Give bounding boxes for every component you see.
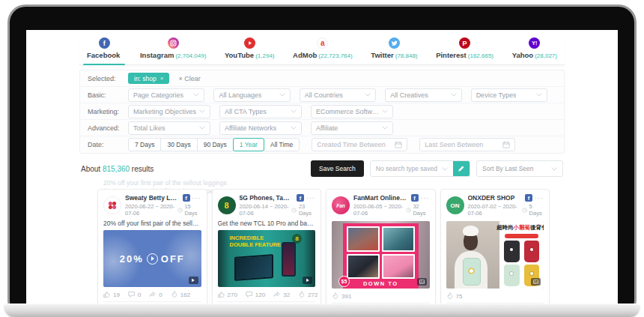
tab-pinterest[interactable]: P Pinterest(162,665) [436, 34, 493, 64]
ad-card: Sweaty Betty London | Wom... f··· 2020-0… [97, 189, 207, 311]
ad-card-grid: Sweaty Betty London | Wom... f··· 2020-0… [97, 189, 550, 311]
admob-icon: a [317, 37, 328, 49]
running-days: 32 Days [413, 203, 429, 217]
advertiser-name[interactable]: Sweaty Betty London | Wom... [125, 194, 179, 202]
ad-card: Fan FanMart Online Shopping - F... f··· … [326, 189, 436, 311]
selected-chip[interactable]: in: shop× [128, 73, 169, 84]
running-days: 23 Days [299, 203, 315, 217]
card-header: Fan FanMart Online Shopping - F... f··· … [332, 194, 430, 217]
twitter-icon [389, 37, 400, 49]
card-header: 8 5G Phones, Tablets & SIMs | ... f··· 2… [218, 194, 316, 217]
filter-select-countries[interactable]: All Countries [300, 88, 376, 102]
filter-select-affiliate[interactable]: Affiliate [311, 121, 393, 135]
results-controls: Save Search No search type saved Sort By… [311, 160, 563, 177]
more-options-icon[interactable]: ··· [306, 196, 315, 200]
tab-count: (2,704,049) [175, 52, 206, 59]
tab-count: (162,665) [468, 52, 493, 59]
card-header: Sweaty Betty London | Wom... f··· 2020-0… [103, 194, 201, 217]
chip-remove-icon[interactable]: × [160, 75, 164, 82]
clock-icon [522, 207, 528, 214]
filter-row-date: Date: 7 Days 30 Days 90 Days 1 Year All … [80, 136, 564, 153]
filter-select-ecommerce-softwares[interactable]: ECommerce Softwares [311, 105, 393, 118]
facebook-badge-icon: f [411, 194, 419, 202]
advertiser-name[interactable]: FanMart Online Shopping - F... [353, 194, 407, 202]
creative-headline: Incredible Double Feature [230, 235, 285, 248]
laptop-base [4, 304, 640, 317]
results-count-text: About 815,360 results [81, 165, 154, 173]
filter-select-device-types[interactable]: Device Types [471, 88, 547, 102]
filter-select-marketing-objectives[interactable]: Marketing Objectives [128, 105, 210, 118]
date-option-30-days[interactable]: 30 Days [160, 138, 197, 151]
comment-icon [128, 291, 136, 298]
advertiser-avatar: ON [446, 196, 464, 214]
ad-card: ON ONXDER SHOP f··· 2020-07-02 ~ 2020-07… [440, 189, 550, 311]
ad-card: 8 5G Phones, Tablets & SIMs | ... f··· 2… [212, 189, 322, 311]
engagement-stats: 75 [446, 292, 544, 300]
comment-icon [246, 291, 253, 298]
date-option-7-days[interactable]: 7 Days [128, 138, 161, 151]
advertiser-name[interactable]: ONXDER SHOP [468, 194, 522, 202]
filter-select-languages[interactable]: All Languages [213, 88, 290, 102]
tab-label: Pinterest [436, 51, 467, 59]
last-seen-input[interactable]: Last Seen Between [419, 138, 515, 151]
filter-row-basic: Basic: Page Categories All Languages All… [80, 87, 564, 103]
main-content: f Facebook Instagram(2,704,049) YouTube(… [79, 34, 565, 311]
edit-saved-search-button[interactable] [453, 161, 470, 176]
filter-select-total-likes[interactable]: Total Likes [128, 121, 210, 135]
advertiser-avatar: Fan [332, 196, 350, 214]
youtube-icon [244, 37, 255, 49]
clear-filters-link[interactable]: × Clear [178, 75, 200, 82]
play-icon[interactable] [147, 253, 158, 265]
video-type-icon [189, 277, 198, 284]
tab-twitter[interactable]: Twitter(78,848) [371, 34, 417, 64]
filter-select-page-categories[interactable]: Page Categories [128, 88, 204, 102]
clock-icon [406, 207, 411, 214]
filter-select-affiliate-networks[interactable]: Affiliate Networks [219, 121, 302, 135]
save-search-button[interactable]: Save Search [311, 160, 364, 177]
more-options-icon[interactable]: ··· [535, 196, 544, 200]
tab-label: AdMob [293, 51, 317, 59]
date-option-all-time[interactable]: All Time [264, 138, 300, 151]
date-range-segment: 7 Days 30 Days 90 Days 1 Year All Time [128, 138, 300, 151]
marketing-label: Marketing: [88, 108, 128, 115]
date-option-90-days[interactable]: 90 Days [197, 138, 234, 151]
tab-label: Instagram [140, 51, 174, 59]
filter-select-creatives[interactable]: All Creatives [385, 88, 461, 102]
platform-tabbar: f Facebook Instagram(2,704,049) YouTube(… [79, 34, 565, 65]
tab-count: (22,723,764) [318, 52, 352, 59]
filter-row-marketing: Marketing: Marketing Objectives All CTA … [80, 103, 564, 120]
shoe-collage [343, 223, 419, 289]
facebook-badge-icon: f [525, 194, 532, 202]
saved-search-control: No search type saved [370, 160, 470, 177]
facebook-badge-icon: f [183, 194, 190, 202]
ad-creative-image[interactable]: DOWN TO $5 [332, 221, 430, 289]
tab-instagram[interactable]: Instagram(2,704,049) [140, 34, 206, 64]
running-days: 15 Days [184, 203, 201, 217]
filter-select-cta-types[interactable]: All CTA Types [219, 105, 302, 118]
model-photo [446, 221, 500, 289]
date-option-1-year[interactable]: 1 Year [233, 138, 264, 151]
tab-label: YouTube [225, 51, 254, 59]
tab-youtube[interactable]: YouTube(1,294) [225, 34, 275, 64]
engagement-stats: 19 0 0 162 [103, 291, 201, 298]
more-options-icon[interactable]: ··· [421, 196, 430, 200]
ad-creative-image[interactable]: 超時尚小雛菊後背包 [446, 221, 544, 289]
created-time-input[interactable]: Created Time Between [312, 138, 407, 151]
more-options-icon[interactable]: ··· [192, 196, 201, 200]
share-icon [273, 291, 281, 298]
photo-type-icon [417, 278, 427, 286]
promo-pill [505, 234, 538, 238]
tab-yahoo[interactable]: Y! Yahoo(28,027) [512, 34, 557, 64]
tab-admob[interactable]: a AdMob(22,723,764) [293, 34, 353, 64]
saved-search-dropdown[interactable]: No search type saved [371, 161, 453, 176]
advertiser-avatar: 8 [218, 196, 236, 214]
engagement-stats: 270 120 32 272 [218, 291, 316, 298]
tab-facebook[interactable]: f Facebook [87, 34, 121, 64]
advertiser-name[interactable]: 5G Phones, Tablets & SIMs | ... [240, 194, 294, 202]
tab-label: Facebook [87, 51, 120, 59]
ad-creative-video[interactable]: 20% OFF [103, 230, 201, 287]
yahoo-icon: Y! [529, 37, 540, 49]
instagram-icon [168, 37, 179, 49]
ad-creative-video[interactable]: Incredible Double Feature 8 [218, 230, 316, 287]
sort-select[interactable]: Sort By Last Seen [476, 160, 563, 177]
